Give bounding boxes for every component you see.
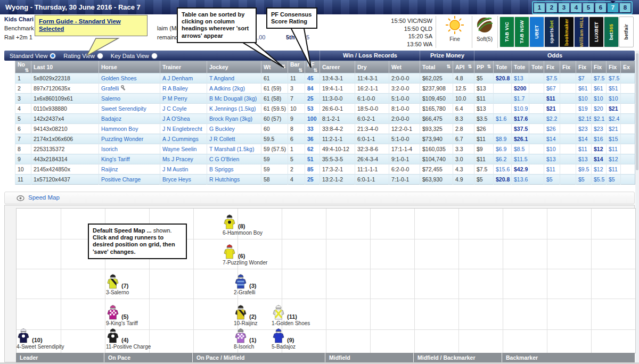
td-horse[interactable]: Hammoon Boy [99,124,160,134]
td-odds[interactable]: $7.5 [607,73,621,84]
td-odds[interactable]: $2.1 [592,114,607,124]
td-odds[interactable]: $13 [576,154,592,164]
td-odds[interactable]: $37.5 [512,124,529,134]
td-jockey[interactable]: J R Collett [207,134,261,144]
td-trainer[interactable]: J C Coyle [160,104,207,114]
td-odds[interactable]: $11 [544,94,560,104]
td-odds[interactable]: $17.6 [512,114,529,124]
td-odds[interactable]: $10.9 [512,104,529,114]
bookmaker-logo-bookmaker[interactable]: bookmaker [559,16,574,47]
td-odds[interactable]: $200 [512,84,529,94]
race-tab-7[interactable]: 7 [608,3,618,12]
column-header-pp[interactable]: PP⇅ [474,61,494,73]
td-odds[interactable]: $16 [592,134,607,144]
column-header-no[interactable]: No⇅ [15,61,31,73]
speed-map-runner-11-positive-charge[interactable]: (4)11-Positive Charge [106,328,151,350]
td-odds[interactable]: $8.9 [494,134,512,144]
td-odds[interactable]: $14 [576,134,592,144]
td-odds[interactable]: $14 [544,134,560,144]
td-odds[interactable]: $10 [576,94,592,104]
td-odds[interactable]: $20.8 [494,73,512,84]
td-odds[interactable]: $20.8 [494,175,512,185]
race-tab-3[interactable]: 3 [559,3,569,12]
td-jockey[interactable]: B Mc Dougall (3kg) [207,94,261,104]
td-odds[interactable]: $2.2 [544,114,560,124]
td-odds[interactable]: $13 [512,73,529,84]
td-odds[interactable]: $10 [607,94,621,104]
column-header-wt[interactable]: Wt⇅ [261,61,288,73]
bookmaker-logo-tab-vic[interactable]: TAB VIC [499,16,514,47]
td-odds[interactable]: $21 [544,104,560,114]
scrollbar-thumb[interactable] [636,53,638,170]
td-odds[interactable]: $5 [576,175,592,185]
race-tab-8[interactable]: 8 [620,3,630,12]
td-jockey[interactable]: B Spriggs [207,164,261,175]
column-header-api[interactable]: API⇅ [453,61,474,73]
td-odds[interactable]: $23 [576,124,592,134]
td-odds[interactable]: $10 [544,144,560,154]
td-odds[interactable]: $20 [592,104,607,114]
speed-map-runner-5-badajoz[interactable]: (9)5-Badajoz [272,328,296,350]
td-trainer[interactable]: J A O'Shea [160,114,207,124]
td-jockey[interactable]: Brock Ryan (3kg) [207,114,261,124]
td-odds[interactable]: $7.5 [592,73,607,84]
td-horse[interactable]: Raijinz [99,164,160,175]
td-jockey[interactable]: G Buckley [207,124,261,134]
td-odds[interactable]: $13.6 [512,175,529,185]
bookmaker-logo-tab-nsw[interactable]: TAB NSW [514,16,529,47]
td-odds[interactable]: $5 [607,175,621,185]
td-odds[interactable]: $14 [592,154,607,164]
td-trainer[interactable]: R A Bailey [160,84,207,94]
bookmaker-logo-ubet[interactable]: UBET [529,16,544,47]
td-horse[interactable]: Golden Shoes [99,73,160,84]
race-tab-2[interactable]: 2 [546,3,557,12]
speed-map-runner-8-isorich[interactable]: (1)8-Isorich [234,328,256,350]
td-jockey[interactable]: T Marshall (1.5kg) [207,144,261,154]
td-horse[interactable]: Badajoz [99,114,160,124]
td-odds[interactable]: $12 [592,144,607,154]
speed-map-runner-2-grafelli[interactable]: (3)2-Grafelli [234,274,256,295]
td-odds[interactable]: $61 [592,84,607,94]
td-trainer[interactable]: Ms J Pracey [160,154,207,164]
td-horse[interactable]: Salerno [99,94,160,104]
column-header-total[interactable]: Total⇅ [420,61,453,73]
td-odds[interactable]: $1.7 [512,94,529,104]
speed-map-runner-3-salerno[interactable]: (7)3-Salerno [106,274,129,295]
td-odds[interactable]: $5 [544,175,560,185]
race-tab-1[interactable]: 1 [534,3,545,12]
td-horse[interactable]: Puzzling Wonder [99,134,160,144]
td-jockey[interactable]: C G O'Brien [207,154,261,164]
td-odds[interactable]: $5.5 [592,175,607,185]
bookmaker-logo-betfair[interactable]: betfair [619,16,634,47]
speed-map-runner-4-sweet-serendipity[interactable]: (10)4-Sweet Serendipity [17,328,64,350]
td-horse[interactable]: Sweet Serendipity [99,104,160,114]
race-tab-6[interactable]: 6 [595,3,606,12]
td-odds[interactable]: $21 [607,124,621,134]
td-jockey[interactable]: A Adkins (2kg) [207,84,261,94]
td-odds[interactable]: $21 [607,104,621,114]
view-option-radio-key-data-view[interactable] [151,53,158,59]
td-odds[interactable]: $15 [607,134,621,144]
td-jockey[interactable]: K Jennings (1.5kg) [207,104,261,114]
page-scrollbar[interactable] [635,0,639,364]
td-odds[interactable]: $7 [576,73,592,84]
race-tab-5[interactable]: 5 [583,3,594,12]
td-odds[interactable]: $51 [607,84,621,94]
speed-map-runner-1-golden-shoes[interactable]: (11)1-Golden Shoes [272,304,310,326]
speed-map-runner-7-puzzling-wonder[interactable]: (6)7-Puzzling Wonder [223,244,267,266]
td-odds[interactable]: $19 [576,104,592,114]
td-trainer[interactable]: J M Austin [160,164,207,175]
td-odds[interactable]: $11.5 [512,154,529,164]
td-jockey[interactable]: R Hutchings [207,175,261,185]
td-odds[interactable]: $10 [592,94,607,104]
td-trainer[interactable]: A J Cummings [160,134,207,144]
race-tab-4[interactable]: 4 [571,3,581,12]
td-odds[interactable]: $12 [592,164,607,175]
td-odds[interactable]: $6.2 [494,154,512,164]
td-odds[interactable]: $11 [607,164,621,175]
td-odds[interactable]: $1.6 [494,114,512,124]
view-option-radio-standard-view[interactable] [50,53,56,59]
speed-map-runner-9-king-s-tariff[interactable]: (5)9-King's Tariff [106,304,138,326]
td-odds[interactable]: $11 [607,144,621,154]
td-trainer[interactable]: J N Englebrecht [160,124,207,134]
